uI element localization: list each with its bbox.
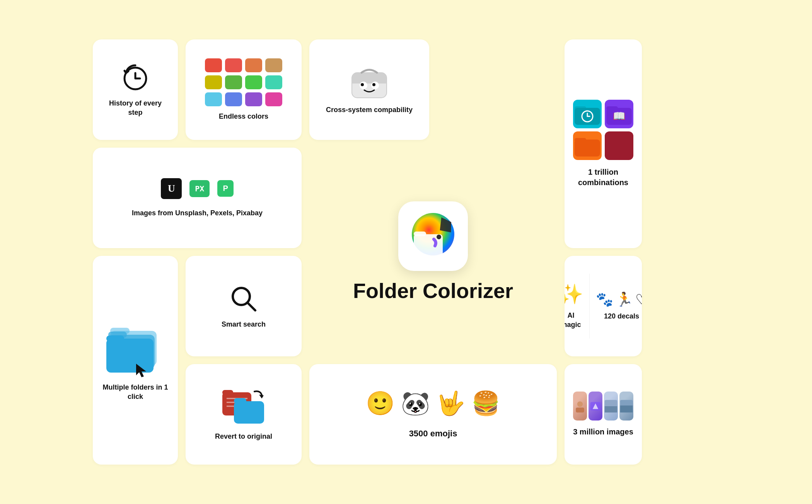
mil-thumb-4	[619, 392, 633, 421]
mil-thumb-1	[573, 392, 587, 421]
million-image-strip	[573, 392, 633, 421]
swatch-3	[245, 58, 262, 72]
card-ai-decals: ✨ AI magic 🐾 🏃 ♡ 120 decals	[565, 256, 642, 356]
history-icon	[120, 62, 151, 93]
card-images: U PX P Images from Unsplash, Pexels, Pix…	[93, 148, 302, 248]
emoji-burger: 🍔	[471, 390, 500, 417]
swatch-4	[265, 58, 282, 72]
folder-thumb-orange: 🌻	[573, 131, 602, 160]
card-cross: Cross-system compability	[309, 39, 429, 140]
sparkle-icon: ✨	[565, 283, 583, 305]
svg-rect-47	[605, 406, 617, 412]
trillion-folder-grid: 📖 🌻 🍿	[573, 100, 633, 160]
mil-thumb-2	[589, 392, 602, 421]
svg-rect-19	[606, 138, 618, 142]
search-icon	[228, 283, 259, 314]
revert-icon	[220, 388, 267, 426]
svg-rect-43	[576, 407, 584, 412]
svg-rect-15	[575, 140, 600, 157]
svg-rect-29	[106, 339, 154, 373]
svg-text:📖: 📖	[613, 110, 626, 122]
svg-point-42	[577, 401, 583, 407]
heart-icon: ♡	[635, 291, 642, 308]
app-name: Folder Colorizer	[353, 279, 513, 303]
svg-rect-3	[352, 78, 387, 83]
card-center: Folder Colorizer	[309, 148, 557, 356]
card-colors: Endless colors	[186, 39, 302, 140]
ai-label: AI magic	[565, 311, 583, 330]
swatch-9	[205, 92, 222, 106]
svg-rect-16	[575, 138, 586, 142]
swatch-8	[265, 75, 282, 89]
card-multiple: Multiple folders in 1 click	[93, 256, 178, 465]
card-revert: Revert to original	[186, 364, 302, 465]
swatch-1	[205, 58, 222, 72]
decals-label: 120 decals	[604, 312, 639, 321]
swatch-2	[225, 58, 242, 72]
history-label: History of every step	[101, 99, 169, 117]
svg-rect-39	[234, 401, 264, 424]
app-icon-area: Folder Colorizer	[353, 158, 513, 346]
card-million: 3 million images	[565, 364, 642, 465]
swatch-11	[245, 92, 262, 106]
svg-rect-35	[222, 390, 233, 395]
svg-line-33	[247, 303, 255, 310]
svg-rect-49	[620, 405, 633, 412]
mil-thumb-3	[604, 392, 618, 421]
pixabay-logo: P	[217, 180, 233, 197]
finder-icon	[348, 65, 391, 100]
folder-thumb-purple: 📖	[605, 100, 633, 128]
pexels-logo: PX	[189, 180, 210, 197]
svg-rect-23	[414, 232, 426, 236]
swatch-12	[265, 92, 282, 106]
run-icon: 🏃	[616, 291, 633, 308]
multiple-folders-icon	[104, 319, 166, 377]
images-label: Images from Unsplash, Pexels, Pixabay	[132, 208, 263, 218]
svg-point-6	[361, 83, 364, 86]
swatch-5	[205, 75, 222, 89]
decal-icons: 🐾 🏃 ♡	[596, 291, 642, 308]
svg-rect-13	[606, 106, 618, 110]
swatch-6	[225, 75, 242, 89]
trillion-label: 1 trillion combinations	[573, 167, 633, 188]
color-swatch-grid	[205, 58, 282, 106]
feature-grid: History of every step Endless colors	[93, 39, 719, 465]
card-history: History of every step	[93, 39, 178, 140]
app-icon	[398, 201, 468, 271]
colors-label: Endless colors	[219, 112, 268, 121]
emoji-smiley: 🙂	[366, 390, 395, 417]
folder-thumb-red: 🍿	[605, 131, 633, 160]
smart-label: Smart search	[222, 320, 266, 329]
emoji-panda: 🐼	[401, 390, 430, 417]
folder-thumb-teal	[573, 100, 602, 128]
emoji-hand: 🤟	[436, 390, 465, 417]
svg-rect-40	[234, 398, 246, 404]
svg-point-7	[372, 83, 375, 86]
paw-icon: 🐾	[596, 291, 613, 308]
card-smart: Smart search	[186, 256, 302, 356]
ai-half: ✨ AI magic	[565, 274, 590, 339]
card-trillion: 📖 🌻 🍿 1 trillion combinations	[565, 39, 642, 248]
swatch-10	[225, 92, 242, 106]
swatch-7	[245, 75, 262, 89]
revert-label: Revert to original	[215, 432, 272, 441]
card-emojis: 🙂 🐼 🤟 🍔 3500 emojis	[309, 364, 557, 465]
decals-half: 🐾 🏃 ♡ 120 decals	[590, 282, 642, 330]
unsplash-logo: U	[161, 178, 182, 199]
svg-marker-41	[259, 395, 264, 398]
multiple-label: Multiple folders in 1 click	[101, 383, 169, 402]
million-label: 3 million images	[573, 427, 633, 437]
svg-rect-18	[606, 140, 632, 157]
source-logos: U PX P	[161, 178, 233, 199]
emojis-label: 3500 emojis	[409, 428, 457, 439]
emoji-row: 🙂 🐼 🤟 🍔	[366, 390, 500, 417]
cross-label: Cross-system compability	[326, 105, 413, 114]
svg-rect-30	[106, 335, 124, 342]
